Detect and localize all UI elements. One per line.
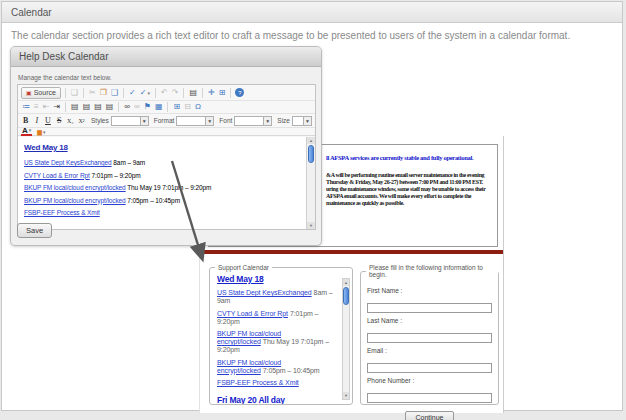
horizontal-rule-icon[interactable]: ⊟ — [183, 102, 192, 112]
toolbar-separator — [167, 102, 168, 112]
cut-icon[interactable]: ✂ — [88, 88, 97, 98]
new-page-icon[interactable]: ❏ — [70, 88, 79, 98]
link-icon[interactable]: ∞ — [123, 102, 131, 112]
status-heading: ll AFSPA services are currently stable a… — [326, 154, 473, 161]
support-calendar-legend: Support Calendar — [215, 264, 272, 271]
calendar-event: FSBP-EEF Process & Xmit — [217, 379, 336, 387]
toolbar-separator — [123, 88, 124, 98]
styles-label: Styles — [91, 117, 109, 124]
scrollbar-thumb[interactable] — [343, 287, 349, 305]
event-link[interactable]: BKUP FM local/cloud encrypt/locked — [24, 197, 126, 204]
print-icon[interactable]: ▤ — [188, 88, 198, 98]
scroll-up-icon[interactable]: ▲ — [307, 137, 315, 144]
styles-select[interactable]: ▼ — [111, 116, 149, 126]
phone-number-field[interactable] — [367, 393, 492, 403]
align-justify-icon[interactable]: ▤ — [105, 102, 115, 112]
email-field[interactable] — [367, 363, 492, 373]
toolbar-separator — [65, 102, 66, 112]
event-time: Thu May 19 7:01pm – 9:20pm — [127, 184, 211, 191]
editor-toolbar-row-3: B I U S X₂ X² Styles ▼ Format ▼ Font ▼ S… — [18, 114, 315, 128]
underline-button[interactable]: U — [43, 116, 52, 125]
calendar-event: CVTY Load & Error Rpt 7:01pm – 9:20pm — [24, 172, 301, 179]
superscript-button[interactable]: X² — [77, 118, 86, 124]
toolbar-separator — [202, 88, 203, 98]
first-name-field[interactable] — [367, 303, 492, 313]
help-desk-calendar-panel: Help Desk Calendar Manage the calendar t… — [10, 46, 322, 246]
support-calendar-fieldset: Support Calendar Wed May 18 US State Dep… — [209, 264, 353, 405]
toolbar-separator — [83, 88, 84, 98]
page-title: Calendar — [11, 7, 52, 18]
calendar-event: US State Dept KeysExchanged 8am – 9am — [24, 159, 301, 166]
unlink-icon[interactable]: ∞ — [133, 102, 141, 112]
panel-header: Help Desk Calendar — [11, 47, 321, 67]
event-link[interactable]: FSBP-EEF Process & Xmit — [217, 379, 299, 386]
align-left-icon[interactable]: ▤ — [70, 102, 80, 112]
size-select[interactable]: ▼ — [292, 116, 312, 126]
source-button[interactable]: ▣ Source — [21, 87, 61, 99]
paste-icon[interactable]: ❐ — [99, 88, 108, 98]
scrollbar-thumb[interactable] — [308, 145, 314, 163]
chevron-down-icon: ▾ — [147, 88, 150, 98]
image-icon[interactable]: ▦ — [154, 102, 164, 112]
day-header: Wed May 18 — [24, 143, 301, 152]
scroll-down-icon[interactable]: ▼ — [343, 392, 349, 399]
align-center-icon[interactable]: ▤ — [82, 102, 92, 112]
numbered-list-icon[interactable]: ≔ — [21, 102, 31, 112]
font-label: Font — [219, 117, 232, 124]
event-link[interactable]: US State Dept KeysExchanged — [24, 159, 112, 166]
special-character-icon[interactable]: Ω — [194, 102, 202, 112]
event-time: 7:05pm – 10:45pm — [263, 367, 320, 374]
calendar-event: BKUP FM local/cloud encrypt/lockedThu Ma… — [217, 330, 336, 354]
outdent-icon[interactable]: ⇤ — [42, 102, 51, 112]
source-icon: ▣ — [26, 89, 32, 96]
screenshot-stage: Calendar The calendar section provides a… — [0, 0, 626, 420]
editor-content-area[interactable]: Wed May 18 US State Dept KeysExchanged 8… — [18, 137, 315, 229]
save-button[interactable]: Save — [17, 223, 52, 238]
background-color-icon[interactable]: ▆▾ — [36, 127, 46, 137]
text-color-icon[interactable]: A▾ — [21, 127, 32, 136]
anchor-icon[interactable]: ⚑ — [143, 102, 152, 112]
align-right-icon[interactable]: ▤ — [93, 102, 103, 112]
event-link[interactable]: BKUP FM local/cloud encrypt/locked — [24, 184, 126, 191]
editor-toolbar-row-1: ▣ Source ❏✂❐❑✓✓▾↶↷▤✛⊞? — [18, 85, 315, 101]
event-link[interactable]: CVTY Load & Error Rpt — [217, 310, 288, 317]
calendar-event: FSBP-EEF Process & Xmit — [24, 209, 301, 216]
continue-button[interactable]: Continue — [405, 411, 453, 420]
subscript-button[interactable]: X₂ — [66, 118, 75, 124]
paste-from-word-icon[interactable]: ❑ — [110, 88, 119, 98]
chevron-down-icon: ▼ — [205, 117, 213, 125]
redo-icon[interactable]: ↷ — [171, 88, 180, 98]
panel-title: Help Desk Calendar — [19, 51, 109, 62]
table-icon[interactable]: ⊞ — [172, 102, 181, 112]
italic-button[interactable]: I — [32, 116, 41, 125]
bold-button[interactable]: B — [21, 116, 30, 125]
format-select[interactable]: ▼ — [176, 116, 214, 126]
event-link[interactable]: CVTY Load & Error Rpt — [24, 172, 90, 179]
undo-icon[interactable]: ↶ — [160, 88, 169, 98]
bulleted-list-icon[interactable]: ≡ — [33, 102, 40, 112]
show-blocks-icon[interactable]: ⊞ — [218, 88, 227, 98]
scroll-down-icon[interactable]: ▼ — [307, 222, 315, 229]
scroll-up-icon[interactable]: ▲ — [343, 279, 349, 286]
font-select[interactable]: ▼ — [234, 116, 272, 126]
event-link[interactable]: US State Dept KeysExchanged — [217, 289, 312, 296]
chevron-down-icon: ▼ — [263, 117, 271, 125]
spell-check-icon[interactable]: ✓ — [128, 88, 137, 98]
last-name-field[interactable] — [367, 333, 492, 343]
scayt-icon[interactable]: ✓▾ — [139, 88, 151, 98]
page-description: The calendar section provides a rich tex… — [11, 30, 570, 41]
editor-toolbar-row-2: ≔≡⇤⇥▤▤▤▤∞∞⚑▦⊞⊟Ω — [18, 101, 315, 114]
email-label: Email : — [367, 347, 492, 354]
maximize-icon[interactable]: ✛ — [207, 88, 216, 98]
support-calendar-scrollbar[interactable]: ▲ ▼ — [342, 278, 350, 400]
rich-text-editor: ▣ Source ❏✂❐❑✓✓▾↶↷▤✛⊞? ≔≡⇤⇥▤▤▤▤∞∞⚑▦⊞⊟Ω B… — [17, 84, 316, 230]
about-icon[interactable]: ? — [235, 88, 244, 97]
strikethrough-button[interactable]: S — [55, 116, 64, 125]
indent-icon[interactable]: ⇥ — [52, 102, 61, 112]
day-header: Fri May 20 All day — [217, 396, 336, 404]
editor-scrollbar[interactable]: ▲ ▼ — [306, 137, 315, 229]
support-calendar-list: Wed May 18 US State Dept KeysExchanged8a… — [210, 271, 352, 405]
toolbar-separator — [183, 88, 184, 98]
event-link[interactable]: FSBP-EEF Process & Xmit — [24, 209, 100, 216]
event-time: 7:05pm – 10:45pm — [127, 197, 180, 204]
